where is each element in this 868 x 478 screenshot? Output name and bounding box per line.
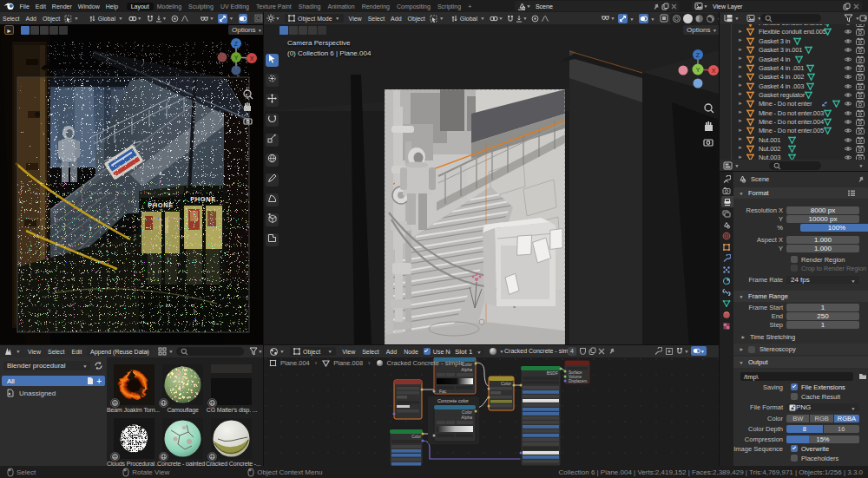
svg-text:X: X	[250, 56, 254, 62]
svg-text:Z: Z	[234, 41, 239, 47]
svg-text:Concrete color: Concrete color	[437, 398, 469, 403]
svg-text:Y: Y	[696, 67, 700, 73]
svg-text:Z: Z	[696, 52, 700, 58]
svg-text:Color: Color	[501, 381, 511, 386]
svg-text:X: X	[712, 68, 716, 74]
svg-text:BSDF: BSDF	[547, 370, 558, 376]
svg-text:Fac: Fac	[439, 389, 447, 394]
svg-text:Alpha: Alpha	[461, 415, 472, 420]
svg-text:Alpha: Alpha	[461, 367, 472, 372]
svg-text:Displacem.: Displacem.	[569, 379, 588, 383]
svg-text:Y: Y	[234, 55, 239, 61]
svg-text:Color: Color	[411, 435, 421, 439]
